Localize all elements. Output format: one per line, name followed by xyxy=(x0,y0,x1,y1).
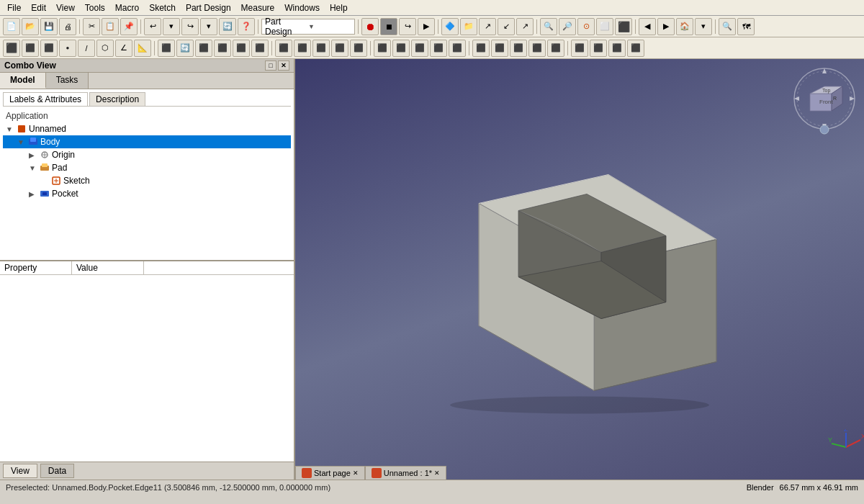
unnamed-tab-close[interactable]: ✕ xyxy=(434,469,440,477)
refresh-button[interactable]: 🔄 xyxy=(219,18,236,35)
view-orient-button[interactable]: ⊙ xyxy=(577,18,595,35)
menu-sketch[interactable]: Sketch xyxy=(145,1,180,14)
nav-cube[interactable]: Front Top R xyxy=(792,66,857,140)
line-button[interactable]: / xyxy=(78,40,95,57)
export-button[interactable]: ↗ xyxy=(479,18,496,35)
view-cube-button[interactable]: 🗺 xyxy=(737,18,755,35)
nav-forward-button[interactable]: ▶ xyxy=(657,18,675,35)
tree-node-origin[interactable]: ▶ Origin xyxy=(3,148,291,161)
record-button[interactable]: ⏺ xyxy=(361,18,379,35)
menu-edit[interactable]: Edit xyxy=(27,1,50,14)
data-tab[interactable]: Data xyxy=(40,464,74,478)
description-tab[interactable]: Description xyxy=(89,92,145,106)
step-button[interactable]: ↪ xyxy=(399,18,416,35)
mirrored-button[interactable]: ⬛ xyxy=(472,40,490,57)
tab-model[interactable]: Model xyxy=(0,73,46,89)
polar-pattern-button[interactable]: ⬛ xyxy=(510,40,527,57)
unnamed-arrow[interactable]: ▼ xyxy=(6,125,14,133)
menu-windows[interactable]: Windows xyxy=(280,1,324,14)
home-arrow[interactable]: ▾ xyxy=(695,18,712,35)
view-tab[interactable]: View xyxy=(3,464,37,478)
subtr-loft-button[interactable]: ⬛ xyxy=(312,40,330,57)
combo-close-button[interactable]: ✕ xyxy=(278,60,289,71)
measure-angular-button[interactable]: ⬛ xyxy=(590,40,607,57)
cut-button[interactable]: ✂ xyxy=(83,18,100,35)
undo-button[interactable]: ↩ xyxy=(144,18,161,35)
print-button[interactable]: 🖨 xyxy=(59,18,76,35)
zoom-level-button[interactable]: 🔍 xyxy=(719,18,736,35)
import-button[interactable]: ↙ xyxy=(498,18,515,35)
import2-button[interactable]: ↗ xyxy=(516,18,534,35)
part-shape-button[interactable]: ⬛ xyxy=(40,40,58,57)
tree-node-unnamed[interactable]: ▼ Unnamed xyxy=(3,122,291,135)
tree-node-pad[interactable]: ▼ Pad xyxy=(3,161,291,174)
poly-button[interactable]: ⬡ xyxy=(96,40,114,57)
view-box-button[interactable]: ⬜ xyxy=(596,18,613,35)
additive-helix-button[interactable]: ⬛ xyxy=(233,40,250,57)
pad-arrow[interactable]: ▼ xyxy=(29,164,37,172)
additive-pipe-button[interactable]: ⬛ xyxy=(214,40,231,57)
groove-button[interactable]: ⬛ xyxy=(331,40,348,57)
combo-restore-button[interactable]: □ xyxy=(265,60,276,71)
view-3d-button[interactable]: 🔷 xyxy=(441,18,459,35)
additive-prim-button[interactable]: ⬛ xyxy=(251,40,269,57)
start-page-close[interactable]: ✕ xyxy=(353,469,359,477)
angle-button[interactable]: ∠ xyxy=(115,40,132,57)
thickness-button[interactable]: ⬛ xyxy=(430,40,447,57)
pocket-arrow[interactable]: ▶ xyxy=(29,190,37,198)
menu-help[interactable]: Help xyxy=(325,1,352,14)
nav-back-button[interactable]: ◀ xyxy=(639,18,656,35)
menu-measure[interactable]: Measure xyxy=(237,1,279,14)
redo-button[interactable]: ↪ xyxy=(181,18,199,35)
menu-file[interactable]: File xyxy=(3,1,25,14)
tree-node-body[interactable]: ▼ Body xyxy=(3,135,291,148)
paste-button[interactable]: 📌 xyxy=(120,18,138,35)
additive-loft-button[interactable]: ⬛ xyxy=(195,40,212,57)
save-button[interactable]: 💾 xyxy=(40,18,58,35)
workbench-dropdown[interactable]: Part Design ▼ xyxy=(261,19,355,35)
new-button[interactable]: 📄 xyxy=(3,18,20,35)
linear-pattern-button[interactable]: ⬛ xyxy=(491,40,508,57)
tab-tasks[interactable]: Tasks xyxy=(46,73,89,89)
body-arrow[interactable]: ▼ xyxy=(17,138,26,146)
whats-this-button[interactable]: ❓ xyxy=(238,18,255,35)
open-button[interactable]: 📂 xyxy=(22,18,39,35)
undo-arrow[interactable]: ▾ xyxy=(163,18,180,35)
tree-node-pocket[interactable]: ▶ Pocket xyxy=(3,187,291,200)
origin-arrow[interactable]: ▶ xyxy=(29,151,37,159)
chamfer-button[interactable]: ⬛ xyxy=(392,40,410,57)
copy-button[interactable]: 📋 xyxy=(102,18,119,35)
play-button[interactable]: ▶ xyxy=(418,18,435,35)
viewport-3d[interactable]: Front Top R xyxy=(295,59,864,480)
menu-macro[interactable]: Macro xyxy=(111,1,143,14)
draft-button[interactable]: ⬛ xyxy=(411,40,428,57)
stop-button[interactable]: ⏹ xyxy=(380,18,397,35)
measure-linear-button[interactable]: ⬛ xyxy=(571,40,588,57)
redo-arrow[interactable]: ▾ xyxy=(200,18,217,35)
section-button[interactable]: ⬛ xyxy=(627,40,644,57)
part-body-button[interactable]: ⬛ xyxy=(3,40,20,57)
subtr-pipe-button[interactable]: ⬛ xyxy=(350,40,367,57)
pocket-button[interactable]: ⬛ xyxy=(275,40,292,57)
menu-tools[interactable]: Tools xyxy=(81,1,109,14)
multitransform-button[interactable]: ⬛ xyxy=(528,40,546,57)
zoom-in-button[interactable]: 🔎 xyxy=(559,18,576,35)
menu-view[interactable]: View xyxy=(52,1,79,14)
part-clone-button[interactable]: ⬛ xyxy=(22,40,39,57)
start-page-tab[interactable]: Start page ✕ xyxy=(295,466,365,480)
subtr-revolution-button[interactable]: ⬛ xyxy=(294,40,311,57)
pad-button[interactable]: ⬛ xyxy=(158,40,175,57)
fillet-button[interactable]: ⬛ xyxy=(374,40,391,57)
scaled-button[interactable]: ⬛ xyxy=(547,40,564,57)
sketch-button[interactable]: 📐 xyxy=(134,40,151,57)
unnamed-tab[interactable]: Unnamed : 1* ✕ xyxy=(365,466,446,480)
home-button[interactable]: 🏠 xyxy=(676,18,693,35)
zoom-fit-button[interactable]: 🔍 xyxy=(540,18,557,35)
measure-clear-button[interactable]: ⬛ xyxy=(608,40,626,57)
dot-button[interactable]: ● xyxy=(59,40,76,57)
labels-attrs-tab[interactable]: Labels & Attributes xyxy=(3,92,88,106)
boolean-button[interactable]: ⬛ xyxy=(449,40,466,57)
revolution-button[interactable]: 🔄 xyxy=(176,40,194,57)
tree-node-sketch[interactable]: ▶ Sketch xyxy=(3,174,291,187)
view-persp-button[interactable]: ⬛ xyxy=(615,18,632,35)
